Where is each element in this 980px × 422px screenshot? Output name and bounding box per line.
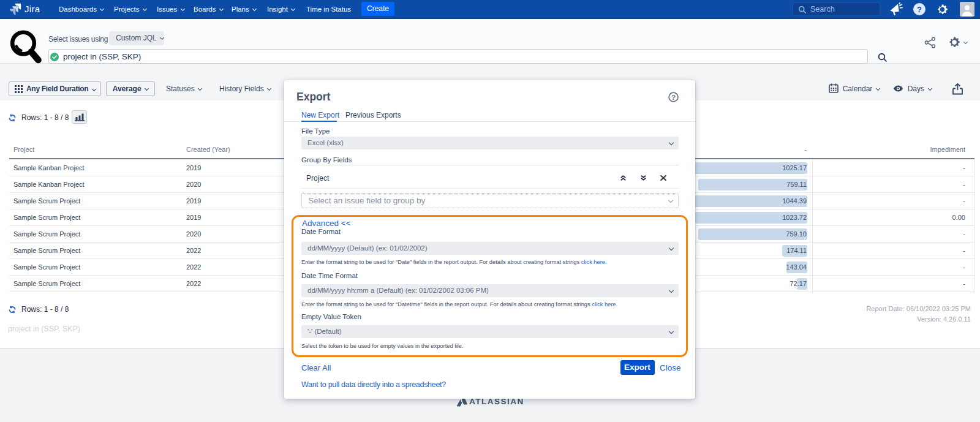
svg-text:?: ?	[917, 5, 922, 14]
svg-text:?: ?	[671, 94, 676, 101]
